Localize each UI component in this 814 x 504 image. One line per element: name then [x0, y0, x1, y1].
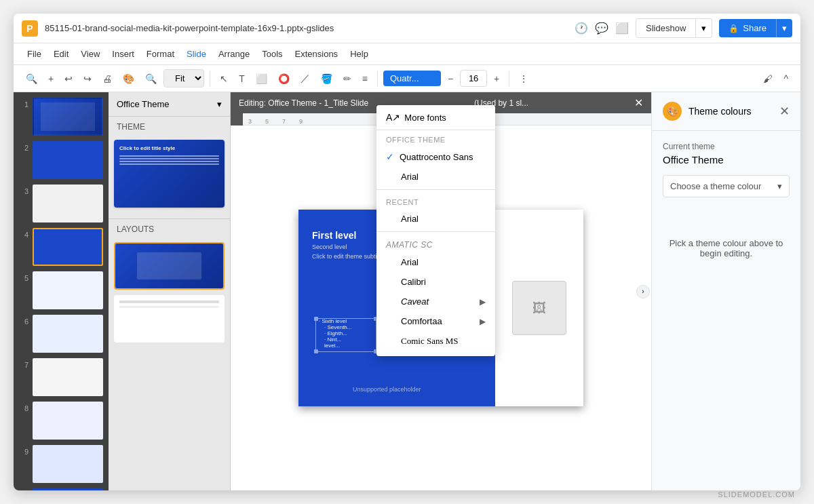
pen-button[interactable]: ✏	[339, 71, 355, 87]
more-fonts-label: More fonts	[404, 113, 446, 123]
menu-view[interactable]: View	[75, 46, 105, 62]
font-comic-label: Comic Sans MS	[401, 336, 459, 347]
font-selector[interactable]: Quatr...	[383, 71, 441, 86]
menu-tools[interactable]: Tools	[256, 46, 288, 62]
theme-panel: Office Theme ▾ THEME Click to edit title…	[109, 92, 231, 490]
slide-preview-7[interactable]	[33, 358, 103, 396]
slide-preview-1[interactable]	[33, 98, 103, 136]
font-dropdown-scroll[interactable]: A↗ More fonts OFFICE THEME ✓ Quattrocent…	[376, 105, 495, 356]
more-options-button[interactable]: ⋮	[515, 71, 532, 87]
collapse-button[interactable]: ›	[636, 285, 650, 298]
slide-thumb-10[interactable]: 10	[19, 488, 103, 490]
theme-colours-icon: 🎨	[663, 102, 682, 121]
slide-thumb-1[interactable]: 1	[19, 98, 103, 136]
font-item-comic-sans[interactable]: Comic Sans MS	[376, 331, 495, 351]
font-item-arial-recent[interactable]: Arial	[376, 209, 495, 229]
zoom-in-button[interactable]: +	[44, 71, 58, 87]
close-panel-button[interactable]: ✕	[779, 104, 790, 119]
paint-theme-button[interactable]: 🖌	[759, 71, 777, 87]
slide-thumb-3[interactable]: 3	[19, 185, 103, 222]
font-item-arial[interactable]: Arial	[376, 252, 495, 272]
text-button[interactable]: T	[235, 71, 249, 87]
menu-arrange[interactable]: Arrange	[213, 46, 255, 62]
slide-number-6: 6	[19, 315, 28, 326]
slideshow-button[interactable]: Slideshow	[636, 18, 696, 38]
slide-thumb-6[interactable]: 6	[19, 315, 103, 353]
shapes-button[interactable]: ⬜	[252, 71, 271, 87]
align-button[interactable]: ≡	[358, 71, 372, 87]
font-item-caveat[interactable]: Caveat ▶	[376, 292, 495, 311]
font-item-calibri[interactable]: Calibri	[376, 272, 495, 292]
slide-preview-2[interactable]	[33, 141, 103, 179]
screen-icon[interactable]: ⬜	[615, 22, 629, 35]
search-button[interactable]: 🔍	[22, 71, 41, 87]
title-bar: P 85115-01-brand-social-media-kit-powerp…	[14, 14, 800, 43]
slide-thumb-9[interactable]: 9	[19, 445, 103, 483]
toolbar-divider-2	[377, 71, 378, 87]
font-caveat-label: Caveat	[401, 296, 429, 307]
paint-format-button[interactable]: 🎨	[119, 71, 138, 87]
slide-preview-4[interactable]	[33, 228, 103, 266]
zoom-button[interactable]: 🔍	[141, 71, 161, 87]
oval-button[interactable]: ⭕	[274, 71, 294, 87]
zoom-selector[interactable]: Fit	[163, 69, 204, 88]
cursor-button[interactable]: ↖	[216, 71, 232, 87]
menu-slide[interactable]: Slide	[181, 46, 212, 62]
menu-format[interactable]: Format	[141, 46, 180, 62]
print-button[interactable]: 🖨	[98, 71, 116, 87]
more-fonts-item[interactable]: A↗ More fonts	[376, 105, 495, 130]
font-section-divider-2	[376, 231, 495, 232]
menu-edit[interactable]: Edit	[48, 46, 74, 62]
toolbar-divider-1	[210, 71, 210, 87]
slide-thumb-7[interactable]: 7	[19, 358, 103, 396]
slide-preview-8[interactable]	[33, 402, 103, 440]
history-icon[interactable]: 🕐	[575, 22, 588, 35]
right-panel-title: Theme colours	[689, 106, 779, 117]
slide-preview-6[interactable]	[33, 315, 103, 353]
slide-thumb-2[interactable]: 2	[19, 141, 103, 179]
slide-preview-9[interactable]	[33, 445, 103, 483]
font-size-input[interactable]	[460, 70, 487, 87]
menu-insert[interactable]: Insert	[106, 46, 140, 62]
theme-section-label: THEME	[109, 117, 230, 134]
theme-slide-line-4	[119, 163, 219, 165]
slide-thumb-8[interactable]: 8	[19, 402, 103, 440]
layout-thumb-selected[interactable]	[114, 242, 225, 290]
menu-help[interactable]: Help	[345, 46, 374, 62]
theme-colour-placeholder: Choose a theme colour	[670, 181, 761, 191]
share-button[interactable]: 🔒 Share	[719, 19, 776, 37]
comment-icon[interactable]: 💬	[595, 22, 608, 35]
redo-button[interactable]: ↪	[79, 71, 96, 87]
slide-number-8: 8	[19, 402, 28, 412]
chevron-up-button[interactable]: ^	[779, 71, 792, 87]
paint-bucket-button[interactable]: 🪣	[317, 71, 336, 87]
undo-button[interactable]: ↩	[60, 71, 77, 87]
layout-thumb-2[interactable]	[114, 295, 225, 343]
menu-file[interactable]: File	[22, 46, 47, 62]
close-editing-button[interactable]: ✕	[634, 96, 643, 109]
menu-extensions[interactable]: Extensions	[290, 46, 344, 62]
font-item-arial-office[interactable]: Arial	[376, 167, 495, 187]
theme-panel-arrow[interactable]: ▾	[217, 99, 222, 109]
dropdown-arrow-icon: ▾	[777, 181, 782, 191]
slide-number-1: 1	[19, 98, 28, 109]
slideshow-dropdown[interactable]: ▾	[696, 18, 712, 38]
font-size-decrease[interactable]: −	[444, 71, 457, 87]
font-item-comfortaa[interactable]: Comfortaa ▶	[376, 311, 495, 331]
font-item-quattrocento[interactable]: ✓ Quattrocento Sans	[376, 147, 495, 167]
slide-preview-3[interactable]	[33, 185, 103, 222]
theme-colour-dropdown[interactable]: Choose a theme colour ▾	[663, 175, 790, 197]
theme-slide-inner: Click to edit title style	[114, 140, 225, 208]
font-item-courier[interactable]: Courier New	[376, 351, 495, 356]
font-comfortaa-label: Comfortaa	[401, 316, 442, 326]
slide-preview-10[interactable]	[33, 488, 103, 490]
share-dropdown[interactable]: ▾	[776, 19, 792, 37]
theme-panel-title: Office Theme	[117, 99, 170, 109]
font-size-increase[interactable]: +	[490, 71, 503, 87]
office-theme-section-label: OFFICE THEME	[376, 130, 495, 147]
slide-preview-5[interactable]	[33, 271, 103, 309]
slide-thumb-5[interactable]: 5	[19, 271, 103, 309]
line-button[interactable]: ／	[296, 70, 314, 88]
slide-thumb-4[interactable]: 4	[19, 228, 103, 266]
slide-number-5: 5	[19, 271, 28, 282]
